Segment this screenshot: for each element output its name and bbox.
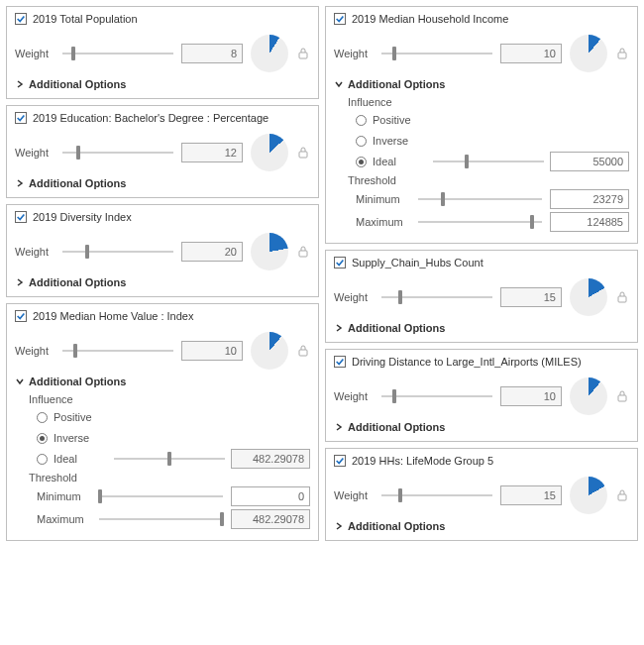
threshold-max-slider[interactable] xyxy=(418,221,542,223)
additional-options-toggle[interactable]: Additional Options xyxy=(334,520,629,532)
criteria-card: 2019 Education: Bachelor's Degree : Perc… xyxy=(6,105,319,198)
additional-options-toggle[interactable]: Additional Options xyxy=(334,322,629,334)
influence-radio-inverse[interactable] xyxy=(37,433,48,444)
weight-slider[interactable] xyxy=(381,395,492,397)
weight-slider-thumb[interactable] xyxy=(71,47,75,60)
chevron-right-icon xyxy=(15,178,25,188)
additional-options-label: Additional Options xyxy=(348,78,445,90)
value-input[interactable]: 482.29078 xyxy=(231,509,310,529)
value-input[interactable]: 55000 xyxy=(550,152,629,171)
card-title: 2019 Median Home Value : Index xyxy=(33,310,193,322)
threshold-min-slider[interactable] xyxy=(99,495,223,497)
weight-pie-icon xyxy=(251,134,288,171)
weight-slider-thumb[interactable] xyxy=(392,389,396,403)
lock-icon[interactable] xyxy=(296,245,310,259)
threshold-heading: Threshold xyxy=(348,174,629,186)
enable-checkbox[interactable] xyxy=(334,455,346,467)
weight-slider[interactable] xyxy=(62,53,173,54)
value-input[interactable]: 482.29078 xyxy=(231,449,310,469)
svg-rect-5 xyxy=(618,296,626,302)
weight-pie-icon xyxy=(251,233,288,270)
enable-checkbox[interactable] xyxy=(334,356,346,368)
additional-options-toggle[interactable]: Additional Options xyxy=(15,276,310,288)
weight-slider-thumb[interactable] xyxy=(398,488,402,502)
weight-slider-thumb[interactable] xyxy=(85,245,89,259)
enable-checkbox[interactable] xyxy=(334,13,346,25)
value-input[interactable]: 12 xyxy=(181,143,243,162)
ideal-slider-thumb[interactable] xyxy=(465,155,469,168)
value-input[interactable]: 15 xyxy=(500,485,562,505)
value-input[interactable]: 124885 xyxy=(550,212,629,232)
ideal-slider[interactable] xyxy=(114,458,225,460)
additional-options-toggle[interactable]: Additional Options xyxy=(15,78,310,90)
weight-slider-thumb[interactable] xyxy=(76,146,80,160)
chevron-right-icon xyxy=(334,422,344,432)
enable-checkbox[interactable] xyxy=(15,211,27,223)
lock-icon[interactable] xyxy=(296,344,310,358)
weight-pie-icon xyxy=(570,35,607,72)
influence-label-inverse: Inverse xyxy=(373,135,427,147)
enable-checkbox[interactable] xyxy=(15,13,27,25)
threshold-max-slider[interactable] xyxy=(99,518,223,520)
influence-label-positive: Positive xyxy=(373,114,427,126)
value-input[interactable]: 10 xyxy=(500,386,562,406)
lock-icon[interactable] xyxy=(615,290,629,304)
enable-checkbox[interactable] xyxy=(15,310,27,322)
lock-icon[interactable] xyxy=(615,47,629,60)
additional-options-toggle[interactable]: Additional Options xyxy=(15,177,310,189)
influence-radio-positive[interactable] xyxy=(356,115,367,126)
weight-slider-thumb[interactable] xyxy=(398,290,402,304)
additional-options-label: Additional Options xyxy=(348,322,445,334)
threshold-heading: Threshold xyxy=(29,472,310,484)
weight-slider[interactable] xyxy=(62,251,173,253)
weight-label: Weight xyxy=(15,345,54,357)
chevron-down-icon xyxy=(15,376,25,386)
ideal-slider[interactable] xyxy=(433,161,544,162)
weight-label: Weight xyxy=(15,48,54,59)
weight-slider[interactable] xyxy=(62,152,173,154)
weight-slider-thumb[interactable] xyxy=(392,47,396,60)
threshold-max-label: Maximum xyxy=(356,216,410,228)
influence-label-inverse: Inverse xyxy=(54,432,108,444)
chevron-down-icon xyxy=(334,79,344,89)
criteria-card: 2019 Total PopulationWeight8Additional O… xyxy=(6,6,319,99)
additional-options-toggle[interactable]: Additional Options xyxy=(15,376,310,387)
additional-options-panel: InfluencePositiveInverseIdeal55000Thresh… xyxy=(348,96,629,232)
influence-radio-inverse[interactable] xyxy=(356,136,367,147)
value-input[interactable]: 10 xyxy=(181,341,243,361)
enable-checkbox[interactable] xyxy=(15,112,27,124)
threshold-min-slider[interactable] xyxy=(418,198,542,200)
value-input[interactable]: 15 xyxy=(500,287,562,307)
lock-icon[interactable] xyxy=(615,389,629,403)
weight-slider[interactable] xyxy=(381,494,492,496)
lock-icon[interactable] xyxy=(296,146,310,160)
weight-slider-thumb[interactable] xyxy=(73,344,77,358)
value-input[interactable]: 8 xyxy=(181,44,243,63)
threshold-min-slider-thumb[interactable] xyxy=(441,192,445,206)
weight-label: Weight xyxy=(334,390,374,402)
lock-icon[interactable] xyxy=(296,47,310,60)
card-title: 2019 Diversity Index xyxy=(33,211,132,223)
weight-label: Weight xyxy=(334,489,374,501)
enable-checkbox[interactable] xyxy=(334,257,346,269)
value-input[interactable]: 10 xyxy=(500,44,562,63)
value-input[interactable]: 0 xyxy=(231,486,310,506)
threshold-min-slider-thumb[interactable] xyxy=(98,489,102,503)
influence-radio-ideal[interactable] xyxy=(356,157,367,167)
weight-slider[interactable] xyxy=(381,53,492,54)
additional-options-toggle[interactable]: Additional Options xyxy=(334,421,629,433)
threshold-max-slider-thumb[interactable] xyxy=(530,215,534,229)
value-input[interactable]: 20 xyxy=(181,242,243,262)
value-input[interactable]: 23279 xyxy=(550,189,629,209)
ideal-slider-thumb[interactable] xyxy=(167,452,171,466)
influence-radio-ideal[interactable] xyxy=(37,454,48,465)
svg-rect-3 xyxy=(299,350,307,356)
lock-icon[interactable] xyxy=(615,488,629,502)
chevron-right-icon xyxy=(15,79,25,89)
influence-radio-positive[interactable] xyxy=(37,412,48,423)
additional-options-toggle[interactable]: Additional Options xyxy=(334,78,629,90)
weight-slider[interactable] xyxy=(62,350,173,352)
weight-slider[interactable] xyxy=(381,296,492,298)
criteria-card: 2019 Median Home Value : IndexWeight10Ad… xyxy=(6,303,319,541)
threshold-max-slider-thumb[interactable] xyxy=(220,512,224,526)
